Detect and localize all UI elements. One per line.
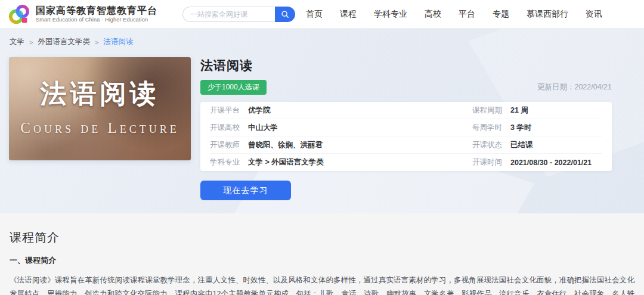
course-cover-title: 法语阅读 xyxy=(41,76,160,111)
info-label: 开课教师 xyxy=(210,140,240,150)
search-bar xyxy=(182,7,295,22)
nav-item-home[interactable]: 首页 xyxy=(306,9,323,20)
breadcrumb-item-foreign-languages[interactable]: 外国语言文学类 xyxy=(38,37,90,47)
platform-subtitle: Smart Education of China · Higher Educat… xyxy=(36,17,157,23)
platform-title: 国家高等教育智慧教育平台 xyxy=(36,5,157,16)
nav-item-news[interactable]: 资讯 xyxy=(586,9,602,20)
platform-logo[interactable]: 国家高等教育智慧教育平台 Smart Education of China · … xyxy=(8,3,157,26)
info-row: 开课高校 中山大学 每周学时 3 学时 xyxy=(210,119,602,136)
info-row: 开课平台 优学院 课程周期 21 周 xyxy=(210,102,602,119)
course-hero-section: 文学 > 外国语言文学类 > 法语阅读 法语阅读 Cours de Lectur… xyxy=(0,29,644,213)
go-study-button[interactable]: 现在去学习 xyxy=(200,181,291,200)
info-value: 优学院 xyxy=(248,105,271,116)
nav-item-courses[interactable]: 课程 xyxy=(340,9,357,20)
info-label: 每周学时 xyxy=(472,123,502,133)
nav-item-platforms[interactable]: 平台 xyxy=(459,9,475,20)
info-label: 学科专业 xyxy=(210,157,240,167)
info-pair-schedule: 开课时间 2021/08/30 - 2022/01/21 xyxy=(472,157,602,167)
nav-item-universities[interactable]: 高校 xyxy=(425,9,441,20)
info-value: 3 学时 xyxy=(510,123,531,133)
course-detail-column: 法语阅读 少于1000人选课 更新日期：2022/04/21 开课平台 优学院 … xyxy=(200,57,612,200)
nav-item-majors[interactable]: 学科专业 xyxy=(374,9,407,20)
info-label: 开课平台 xyxy=(210,105,240,116)
info-value: 中山大学 xyxy=(248,123,278,133)
nav-item-mooc-west[interactable]: 慕课西部行 xyxy=(527,9,568,20)
breadcrumb-separator: > xyxy=(95,39,98,46)
platform-logo-icon xyxy=(8,3,31,26)
info-label: 开课时间 xyxy=(472,157,502,167)
info-pair-status: 开课状态 已结课 xyxy=(472,140,602,150)
nav-item-topics[interactable]: 专题 xyxy=(493,9,509,20)
info-row: 学科专业 文学 > 外国语言文学类 开课时间 2021/08/30 - 2022… xyxy=(210,154,602,171)
search-input[interactable] xyxy=(182,7,275,22)
breadcrumb-separator: > xyxy=(29,39,33,46)
breadcrumb: 文学 > 外国语言文学类 > 法语阅读 xyxy=(0,29,644,47)
update-date-label: 更新日期： xyxy=(537,83,575,91)
course-cover-subtitle: Cours de Lecture xyxy=(20,120,179,136)
info-pair-platform: 开课平台 优学院 xyxy=(210,105,472,116)
info-pair-subject: 学科专业 文学 > 外国语言文学类 xyxy=(210,157,472,167)
info-label: 课程周期 xyxy=(472,105,502,116)
breadcrumb-item-literature[interactable]: 文学 xyxy=(10,37,24,47)
course-info-card: 开课平台 优学院 课程周期 21 周 开课高校 中山大学 每周学时 xyxy=(200,102,612,171)
course-intro-section: 课程简介 一、课程简介 《法语阅读》课程旨在革新传统阅读课程课堂教学理念，注重人… xyxy=(0,213,644,295)
course-title: 法语阅读 xyxy=(200,57,612,74)
main-nav: 首页 课程 学科专业 高校 平台 专题 慕课西部行 资讯 xyxy=(306,9,602,20)
info-value: 已结课 xyxy=(510,140,533,150)
search-button[interactable] xyxy=(275,7,295,22)
info-pair-teachers: 开课教师 曾晓阳、徐娴、洪丽君 xyxy=(210,140,472,150)
top-header: 国家高等教育智慧教育平台 Smart Education of China · … xyxy=(0,0,644,29)
intro-paragraph: 《法语阅读》课程旨在革新传统阅读课程课堂教学理念，注重人文性、时效性、以及风格和… xyxy=(10,274,634,295)
search-icon xyxy=(281,10,289,18)
info-value: 曾晓阳、徐娴、洪丽君 xyxy=(248,140,323,150)
intro-subheading: 一、课程简介 xyxy=(10,255,634,266)
info-pair-weekly-hours: 每周学时 3 学时 xyxy=(472,123,602,133)
course-badge-row: 少于1000人选课 更新日期：2022/04/21 xyxy=(200,80,612,95)
info-label: 开课状态 xyxy=(472,140,502,150)
course-cover-image: 法语阅读 Cours de Lecture xyxy=(9,57,191,160)
info-value: 2021/08/30 - 2022/01/21 xyxy=(510,159,592,167)
course-hero-content: 法语阅读 Cours de Lecture 法语阅读 少于1000人选课 更新日… xyxy=(0,47,644,200)
update-date: 更新日期：2022/04/21 xyxy=(537,82,612,92)
platform-logo-text: 国家高等教育智慧教育平台 Smart Education of China · … xyxy=(36,5,157,22)
breadcrumb-item-current-course[interactable]: 法语阅读 xyxy=(103,37,133,47)
info-pair-university: 开课高校 中山大学 xyxy=(210,123,472,133)
info-value: 文学 > 外国语言文学类 xyxy=(248,157,324,167)
info-row: 开课教师 曾晓阳、徐娴、洪丽君 开课状态 已结课 xyxy=(210,136,602,154)
update-date-value: 2022/04/21 xyxy=(574,83,612,91)
info-value: 21 周 xyxy=(510,105,528,116)
info-pair-duration: 课程周期 21 周 xyxy=(472,105,602,116)
enrollment-badge: 少于1000人选课 xyxy=(200,80,267,95)
info-label: 开课高校 xyxy=(210,123,240,133)
intro-section-title: 课程简介 xyxy=(10,229,634,246)
